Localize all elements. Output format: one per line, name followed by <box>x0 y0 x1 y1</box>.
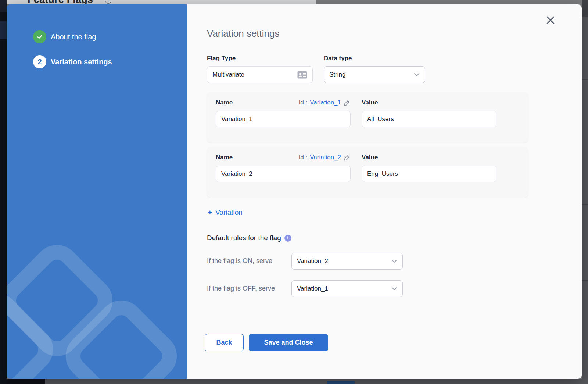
edit-id-button[interactable] <box>344 99 351 106</box>
close-icon <box>546 15 555 25</box>
value-label: Value <box>362 99 378 106</box>
background-page-bottom-edge <box>0 379 588 384</box>
variation-card-header: Name Id : Variation_1 Value <box>216 99 519 106</box>
page-title: Variation settings <box>207 28 582 39</box>
flag-type-field: Flag Type Multivariate <box>207 55 313 83</box>
off-rule-row: If the flag is OFF, serve Variation_1 <box>207 280 582 297</box>
on-rule-row: If the flag is ON, serve Variation_2 <box>207 253 582 270</box>
step-label: About the flag <box>51 33 96 41</box>
variation-id-group: Id : Variation_1 <box>299 99 351 106</box>
background-page-title: Feature Flags <box>28 0 93 4</box>
step-label: Variation settings <box>51 58 112 66</box>
step-variation-settings[interactable]: 2 Variation settings <box>33 55 187 68</box>
add-variation-button[interactable]: + Variation <box>208 208 243 217</box>
variation-card: Name Id : Variation_1 Value <box>207 92 528 143</box>
flag-type-value: Multivariate <box>212 71 244 78</box>
chevron-down-icon <box>391 259 397 263</box>
save-and-close-button[interactable]: Save and Close <box>249 334 328 351</box>
add-variation-label: Variation <box>215 209 243 217</box>
background-sidebar-logo-area <box>0 0 7 12</box>
name-label: Name <box>216 99 233 106</box>
variation-value-input[interactable] <box>362 111 496 127</box>
pencil-icon <box>344 99 351 106</box>
id-card-icon <box>297 71 307 79</box>
background-dimmed-button <box>327 381 355 384</box>
background-page-header: Feature Flags i <box>0 0 316 4</box>
back-button[interactable]: Back <box>205 334 244 351</box>
off-rule-value: Variation_1 <box>297 285 328 292</box>
background-row-divider <box>582 204 588 205</box>
variation-card: Name Id : Variation_2 Value <box>207 147 528 198</box>
on-rule-label: If the flag is ON, serve <box>207 253 291 270</box>
wizard-stepper: About the flag 2 Variation settings <box>7 4 187 68</box>
off-rule-select[interactable]: Variation_1 <box>291 280 403 297</box>
plus-icon: + <box>208 208 212 217</box>
data-type-select[interactable]: String <box>324 66 425 83</box>
background-row-divider <box>582 280 588 281</box>
default-rules-title: Default rules for the flag <box>207 234 281 242</box>
info-icon[interactable]: i <box>284 235 291 242</box>
wizard-content: Variation settings Flag Type Multivariat… <box>187 4 582 379</box>
pencil-icon <box>344 154 351 161</box>
step-number-badge: 2 <box>33 55 46 68</box>
chevron-down-icon <box>391 287 397 291</box>
info-icon: i <box>105 0 111 4</box>
data-type-label: Data type <box>324 55 425 62</box>
background-band <box>582 0 588 17</box>
name-label: Name <box>216 154 233 161</box>
type-fields-row: Flag Type Multivariate Data type <box>207 55 582 83</box>
variation-name-input[interactable] <box>216 111 351 127</box>
step-completed-badge <box>33 30 46 43</box>
background-sidebar-bottom <box>0 379 45 384</box>
id-prefix: Id : <box>299 154 308 161</box>
flag-type-value-box: Multivariate <box>207 66 313 83</box>
off-rule-label: If the flag is OFF, serve <box>207 280 291 297</box>
flag-type-label: Flag Type <box>207 55 313 62</box>
create-flag-modal: About the flag 2 Variation settings Vari… <box>7 4 582 379</box>
background-app-sidebar <box>0 0 7 384</box>
check-icon <box>36 33 43 40</box>
background-page-right-edge <box>582 0 588 384</box>
variation-card-header: Name Id : Variation_2 Value <box>216 154 519 161</box>
close-button[interactable] <box>546 15 555 25</box>
edit-id-button[interactable] <box>344 154 351 161</box>
variation-id-link[interactable]: Variation_1 <box>310 99 341 106</box>
background-row-divider <box>582 79 588 80</box>
chevron-down-icon <box>414 73 420 77</box>
value-label: Value <box>362 154 378 161</box>
wizard-sidebar: About the flag 2 Variation settings <box>7 4 187 379</box>
variation-value-input[interactable] <box>362 166 496 182</box>
modal-footer-buttons: Back Save and Close <box>205 334 582 351</box>
data-type-value: String <box>329 71 345 78</box>
variation-id-group: Id : Variation_2 <box>299 154 351 161</box>
variation-id-link[interactable]: Variation_2 <box>310 154 341 161</box>
on-rule-value: Variation_2 <box>297 257 328 265</box>
data-type-field: Data type String <box>324 55 425 83</box>
default-rules-heading: Default rules for the flag i <box>207 234 582 242</box>
background-sidebar-active-item <box>0 21 7 39</box>
id-prefix: Id : <box>299 99 308 106</box>
step-about-the-flag[interactable]: About the flag <box>33 30 187 43</box>
on-rule-select[interactable]: Variation_2 <box>291 253 403 270</box>
variation-name-input[interactable] <box>216 166 351 182</box>
